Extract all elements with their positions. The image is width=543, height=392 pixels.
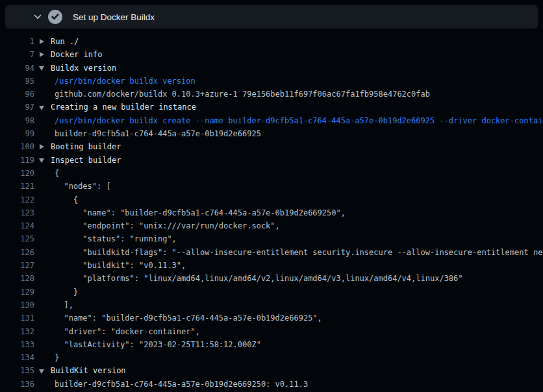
line-number[interactable]: 99	[0, 127, 34, 140]
line-number[interactable]: 130	[0, 299, 34, 312]
log-text: "platforms": "linux/amd64,linux/amd64/v2…	[55, 274, 463, 283]
log-line: 100Booting builder	[0, 140, 543, 153]
group-toggle-icon[interactable]	[40, 52, 44, 57]
log-line: 97Creating a new builder instance	[0, 101, 543, 114]
group-toggle-icon[interactable]	[39, 158, 44, 163]
log-text: github.com/docker/buildx 0.10.3+azure-1 …	[55, 90, 430, 99]
log-line: 130 ],	[0, 299, 543, 312]
log-line: 131 "name": "builder-d9cfb5a1-c764-445a-…	[0, 312, 543, 325]
log-line-content: "driver": "docker-container",	[51, 325, 200, 338]
log-line: 125 "status": "running",	[0, 232, 543, 245]
line-number[interactable]: 98	[0, 114, 34, 127]
group-toggle-icon[interactable]	[39, 66, 44, 71]
log-text: }	[55, 288, 78, 297]
line-number[interactable]: 94	[0, 62, 34, 75]
log-line-content: builder-d9cfb5a1-c764-445a-a57e-0b19d2e6…	[51, 127, 261, 140]
log-viewer: 1Run ./7Docker info94Buildx version95/us…	[0, 35, 543, 392]
line-number[interactable]: 136	[0, 378, 34, 391]
log-line: 1Run ./	[0, 35, 543, 48]
log-line-content: }	[51, 351, 59, 364]
log-group-header[interactable]: Run ./	[51, 35, 79, 48]
line-number[interactable]: 125	[0, 232, 34, 245]
line-number[interactable]: 119	[0, 154, 34, 167]
chevron-down-icon[interactable]	[32, 12, 43, 22]
step-header[interactable]: Set up Docker Buildx	[5, 5, 538, 29]
log-line: 119Inspect builder	[0, 154, 543, 167]
log-line-content: {	[51, 193, 78, 206]
line-number[interactable]: 95	[0, 75, 34, 88]
log-text: "driver": "docker-container",	[55, 327, 200, 336]
check-circle-icon	[48, 10, 62, 24]
log-group-header[interactable]: BuildKit version	[51, 364, 126, 377]
line-number[interactable]: 100	[0, 140, 34, 153]
line-number[interactable]: 7	[0, 48, 34, 61]
log-line: 126 "buildkitd-flags": "--allow-insecure…	[0, 246, 543, 259]
log-line: 123 "name": "builder-d9cfb5a1-c764-445a-…	[0, 206, 543, 219]
line-number[interactable]: 126	[0, 246, 34, 259]
group-title: Buildx version	[51, 64, 116, 73]
log-text: "buildkitd-flags": "--allow-insecure-ent…	[55, 248, 543, 257]
log-text: /usr/bin/docker buildx version	[55, 77, 196, 86]
log-group-header[interactable]: Booting builder	[51, 140, 121, 153]
log-line-content: "name": "builder-d9cfb5a1-c764-445a-a57e…	[51, 206, 346, 219]
line-number[interactable]: 124	[0, 219, 34, 232]
line-number[interactable]: 96	[0, 88, 34, 101]
log-line-content: "platforms": "linux/amd64,linux/amd64/v2…	[51, 272, 463, 285]
group-title: Run ./	[51, 37, 79, 46]
group-title: Docker info	[51, 50, 102, 59]
log-text: ],	[55, 300, 73, 310]
log-text: "name": "builder-d9cfb5a1-c764-445a-a57e…	[55, 313, 322, 323]
log-line: 134}	[0, 351, 543, 364]
log-line: 129 }	[0, 286, 543, 299]
group-title: BuildKit version	[51, 366, 126, 375]
group-toggle-icon[interactable]	[39, 369, 44, 374]
line-number[interactable]: 120	[0, 167, 34, 180]
line-number[interactable]: 127	[0, 259, 34, 272]
log-text: builder-d9cfb5a1-c764-445a-a57e-0b19d2e6…	[55, 129, 261, 138]
log-group-header[interactable]: Inspect builder	[51, 154, 121, 167]
log-line: 94Buildx version	[0, 62, 543, 75]
log-line-content: "status": "running",	[51, 232, 177, 245]
log-group-header[interactable]: Buildx version	[51, 62, 116, 75]
log-line: 124 "endpoint": "unix:///var/run/docker.…	[0, 219, 543, 232]
log-line-content: github.com/docker/buildx 0.10.3+azure-1 …	[51, 88, 430, 101]
log-text: {	[55, 169, 59, 178]
group-toggle-icon[interactable]	[40, 39, 44, 44]
log-text: }	[55, 353, 59, 362]
log-line: 7Docker info	[0, 48, 543, 61]
log-line-content: "lastActivity": "2023-02-25T11:58:12.000…	[51, 338, 261, 351]
line-number[interactable]: 133	[0, 338, 34, 351]
line-number[interactable]: 135	[0, 364, 34, 377]
line-number[interactable]: 97	[0, 101, 34, 114]
log-line-content: "name": "builder-d9cfb5a1-c764-445a-a57e…	[51, 312, 322, 325]
log-line-content: }	[51, 286, 78, 299]
log-text: builder-d9cfb5a1-c764-445a-a57e-0b19d2e6…	[55, 380, 308, 389]
line-number[interactable]: 134	[0, 351, 34, 364]
log-text: /usr/bin/docker buildx create --name bui…	[55, 116, 543, 125]
log-group-header[interactable]: Creating a new builder instance	[51, 101, 196, 114]
log-text: "nodes": [	[55, 182, 111, 191]
log-line: 99builder-d9cfb5a1-c764-445a-a57e-0b19d2…	[0, 127, 543, 140]
line-number[interactable]: 121	[0, 180, 34, 193]
log-line: 95/usr/bin/docker buildx version	[0, 75, 543, 88]
line-number[interactable]: 123	[0, 206, 34, 219]
group-toggle-icon[interactable]	[39, 106, 44, 110]
group-title: Creating a new builder instance	[51, 103, 196, 112]
line-number[interactable]: 122	[0, 193, 34, 206]
line-number[interactable]: 1	[0, 35, 34, 48]
log-line-content: builder-d9cfb5a1-c764-445a-a57e-0b19d2e6…	[51, 378, 308, 391]
line-number[interactable]: 132	[0, 325, 34, 338]
log-group-header[interactable]: Docker info	[51, 48, 102, 61]
group-toggle-icon[interactable]	[40, 144, 44, 149]
group-title: Booting builder	[51, 142, 121, 151]
log-text: "endpoint": "unix:///var/run/docker.sock…	[55, 221, 280, 230]
line-number[interactable]: 129	[0, 286, 34, 299]
log-line-content: "endpoint": "unix:///var/run/docker.sock…	[51, 219, 280, 232]
log-text: "buildkit": "v0.11.3",	[55, 261, 186, 270]
line-number[interactable]: 131	[0, 312, 34, 325]
log-line: 135BuildKit version	[0, 364, 543, 377]
group-title: Inspect builder	[51, 156, 121, 165]
line-number[interactable]: 128	[0, 272, 34, 285]
log-line: 133 "lastActivity": "2023-02-25T11:58:12…	[0, 338, 543, 351]
log-line-content: {	[51, 167, 59, 180]
